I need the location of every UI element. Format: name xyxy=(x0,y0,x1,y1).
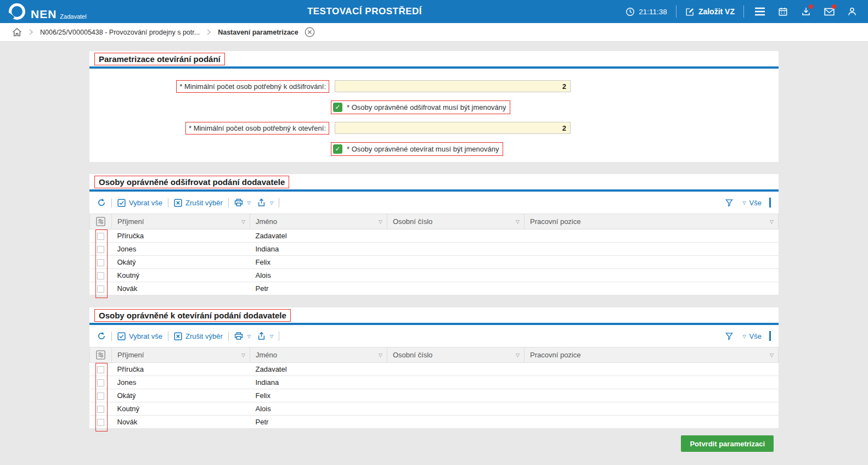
cell-prijmeni: Příručka xyxy=(112,229,250,243)
column-settings-button[interactable] xyxy=(90,214,112,229)
column-filter-icon[interactable]: ▽ xyxy=(770,352,774,358)
print-dropdown-caret[interactable]: ▽ xyxy=(247,200,251,205)
row-checkbox[interactable] xyxy=(97,393,104,400)
view-all-caret: ▽ xyxy=(742,334,746,339)
cell-jmeno: Zadavatel xyxy=(250,363,387,376)
row-checkbox[interactable] xyxy=(97,406,104,413)
clear-selection-button[interactable]: Zrušit výběr xyxy=(174,199,223,207)
table-row[interactable]: Jones Indiana xyxy=(90,376,779,389)
column-header-jmeno[interactable]: Jméno▽ xyxy=(250,348,387,363)
export-button[interactable]: ▽ xyxy=(257,332,273,340)
column-filter-icon[interactable]: ▽ xyxy=(241,219,245,225)
table-row[interactable]: Koutný Alois xyxy=(90,402,779,416)
cell-pracovni-pozice xyxy=(525,229,779,243)
table-row[interactable]: Jones Indiana xyxy=(90,243,779,256)
breadcrumb-item-tender[interactable]: N006/25/V00005438 - Provozování prodejny… xyxy=(40,29,200,36)
export-dropdown-caret[interactable]: ▽ xyxy=(270,334,273,339)
row-checkbox[interactable] xyxy=(97,259,104,266)
select-all-button[interactable]: Vybrat vše xyxy=(117,199,162,207)
min-open-input[interactable] xyxy=(335,122,571,134)
column-header-osobni-cislo[interactable]: Osobní číslo▽ xyxy=(387,214,525,229)
export-button[interactable]: ▽ xyxy=(257,198,273,207)
cell-jmeno: Indiana xyxy=(250,376,387,389)
section-spacer xyxy=(0,295,868,307)
label-cell: * Minimální počet osob potřebný k otevře… xyxy=(89,122,329,135)
decrypt-named-checkbox[interactable]: ✓ xyxy=(333,103,342,112)
home-button[interactable] xyxy=(12,27,22,37)
confirm-parametrization-button[interactable]: Potvrdit parametrizaci xyxy=(681,435,774,452)
top-header: NEN Zadavatel TESTOVACÍ PROSTŘEDÍ 21:11:… xyxy=(0,0,868,23)
breadcrumb-close-button[interactable] xyxy=(305,27,315,37)
min-decrypt-input[interactable] xyxy=(335,80,571,92)
print-dropdown-caret[interactable]: ▽ xyxy=(247,334,251,339)
column-header-jmeno[interactable]: Jméno▽ xyxy=(250,214,387,229)
column-filter-icon[interactable]: ▽ xyxy=(516,352,520,358)
export-dropdown-caret[interactable]: ▽ xyxy=(270,200,273,205)
cell-pracovni-pozice xyxy=(525,363,779,376)
print-button[interactable]: ▽ xyxy=(234,198,251,207)
decrypt-named-check-group: ✓ * Osoby oprávněné odšifrovat musí být … xyxy=(331,100,510,114)
column-header-prijmeni[interactable]: Příjmení▽ xyxy=(112,214,250,229)
persons-table-open: Příjmení▽ Jméno▽ Osobní číslo▽ Pracovní … xyxy=(89,347,779,429)
row-checkbox[interactable] xyxy=(97,419,104,426)
column-filter-icon[interactable]: ▽ xyxy=(241,352,245,358)
header-actions: 21:11:38 Založit VZ xyxy=(625,4,859,19)
table-row[interactable]: Koutný Alois xyxy=(90,269,779,282)
row-checkbox[interactable] xyxy=(97,366,104,373)
cell-osobni-cislo xyxy=(387,376,525,389)
cell-osobni-cislo xyxy=(387,243,525,256)
messages-button[interactable] xyxy=(822,4,836,19)
min-open-label: * Minimální počet osob potřebný k otevře… xyxy=(185,122,329,135)
table-row[interactable]: Příručka Zadavatel xyxy=(90,229,779,243)
column-filter-icon[interactable]: ▽ xyxy=(770,219,774,225)
table-wrap: Příjmení▽ Jméno▽ Osobní číslo▽ Pracovní … xyxy=(89,214,779,295)
refresh-button[interactable] xyxy=(97,332,106,340)
view-all-dropdown[interactable]: ▽ Vše xyxy=(741,332,762,340)
table-row[interactable]: Novák Petr xyxy=(90,416,779,429)
row-checkbox[interactable] xyxy=(97,246,104,253)
select-all-button[interactable]: Vybrat vše xyxy=(117,332,162,340)
filter-button[interactable] xyxy=(725,199,734,207)
form-row: * Minimální počet osob potřebný k odšifr… xyxy=(89,79,779,94)
row-checkbox[interactable] xyxy=(97,233,104,240)
cell-prijmeni: Koutný xyxy=(112,269,250,282)
column-header-pracovni-pozice[interactable]: Pracovní pozice▽ xyxy=(525,348,779,363)
open-named-checkbox[interactable]: ✓ xyxy=(333,144,342,154)
view-all-dropdown[interactable]: ▽ Vše xyxy=(741,199,762,207)
row-checkbox[interactable] xyxy=(97,272,104,279)
filter-button[interactable] xyxy=(725,332,734,340)
cell-prijmeni: Jones xyxy=(112,376,250,389)
profile-button[interactable] xyxy=(845,4,859,19)
print-button[interactable]: ▽ xyxy=(234,332,251,340)
section-title: Parametrizace otevírání podání xyxy=(94,53,225,65)
create-vz-button[interactable]: Založit VZ xyxy=(685,7,735,16)
cell-jmeno: Indiana xyxy=(250,243,387,256)
column-header-prijmeni[interactable]: Příjmení▽ xyxy=(112,348,250,363)
min-decrypt-label: * Minimální počet osob potřebný k odšifr… xyxy=(176,80,329,93)
clear-selection-button[interactable]: Zrušit výběr xyxy=(174,332,223,340)
table-row[interactable]: Příručka Zadavatel xyxy=(90,363,779,376)
downloads-button[interactable] xyxy=(799,4,813,19)
column-header-osobni-cislo[interactable]: Osobní číslo▽ xyxy=(387,348,525,363)
calendar-button[interactable] xyxy=(776,4,790,19)
column-header-pracovni-pozice[interactable]: Pracovní pozice▽ xyxy=(525,214,779,229)
table-row[interactable]: Okátý Felix xyxy=(90,389,779,402)
row-checkbox[interactable] xyxy=(97,379,104,386)
cell-pracovni-pozice xyxy=(525,256,779,269)
breadcrumb-item-current[interactable]: Nastavení parametrizace xyxy=(218,29,298,36)
column-filter-icon[interactable]: ▽ xyxy=(516,219,520,225)
open-named-label: * Osoby oprávněné otevírat musí být jmen… xyxy=(347,145,499,153)
refresh-button[interactable] xyxy=(97,198,106,207)
table-row[interactable]: Novák Petr xyxy=(90,282,779,295)
cell-jmeno: Alois xyxy=(250,402,387,416)
column-filter-icon[interactable]: ▽ xyxy=(379,352,382,358)
menu-button[interactable] xyxy=(753,4,767,19)
table-row[interactable]: Okátý Felix xyxy=(90,256,779,269)
column-filter-icon[interactable]: ▽ xyxy=(379,219,382,225)
row-checkbox[interactable] xyxy=(97,285,104,293)
column-settings-button[interactable] xyxy=(90,348,112,363)
cell-pracovni-pozice xyxy=(525,376,779,389)
view-all-label: Vše xyxy=(749,199,762,207)
view-all-label: Vše xyxy=(749,332,762,340)
section-title: Osoby oprávněné k otevírání podání dodav… xyxy=(94,309,291,322)
